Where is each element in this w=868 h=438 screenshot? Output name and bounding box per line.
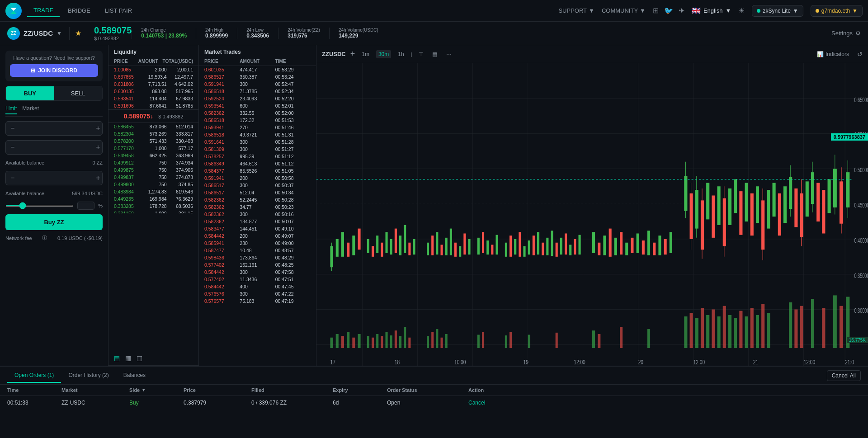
svg-rect-27: [358, 229, 361, 250]
pair-selector[interactable]: ZZ ZZ/USDC ▼: [7, 27, 70, 40]
discord-icon[interactable]: ⊞: [653, 6, 659, 15]
twitter-icon[interactable]: 🐦: [664, 6, 673, 15]
bid-row[interactable]: 0.586455873.066512.014: [108, 123, 198, 130]
settings-btn[interactable]: Settings ⚙: [831, 30, 861, 37]
balances-tab[interactable]: Balances: [116, 368, 153, 383]
community-btn[interactable]: COMMUNITY ▼: [602, 7, 646, 14]
logo[interactable]: [5, 3, 22, 19]
ask-row[interactable]: 0.63785519,593.412,497.7: [108, 73, 198, 80]
svg-rect-33: [390, 239, 392, 254]
sun-icon[interactable]: ☀: [738, 6, 745, 15]
nav-bridge[interactable]: BRIDGE: [61, 5, 97, 17]
pct-slider[interactable]: [5, 205, 74, 207]
order-history-tab[interactable]: Order History (2): [61, 368, 116, 383]
svg-rect-162: [701, 308, 704, 348]
network-btn[interactable]: zkSync Lite ▼: [752, 5, 803, 17]
market-tab[interactable]: Market: [22, 105, 39, 114]
svg-rect-110: [783, 186, 787, 223]
bid-row[interactable]: 0.499912750374.934: [108, 159, 198, 166]
svg-rect-71: [592, 232, 595, 253]
amount-plus-btn[interactable]: +: [96, 143, 100, 151]
panel-icon-bars[interactable]: ▦: [123, 353, 133, 363]
liquidity-header: PRICE AMOUNT TOTAL(USDC): [108, 57, 198, 66]
support-btn[interactable]: SUPPORT ▼: [558, 7, 594, 14]
ask-row[interactable]: 0.59169687.664151.8785: [108, 102, 198, 109]
amount-minus-btn[interactable]: −: [10, 143, 14, 151]
total-plus-btn[interactable]: +: [96, 174, 100, 182]
favorite-btn[interactable]: ★: [70, 29, 87, 38]
nav-list-pair[interactable]: LIST PAIR: [99, 5, 138, 17]
bid-row[interactable]: 0.3811501,000381.15: [108, 210, 198, 213]
svg-rect-177: [800, 306, 803, 348]
discord-btn[interactable]: ⊞ JOIN DISCORD: [10, 64, 98, 77]
limit-tab[interactable]: Limit: [5, 105, 17, 114]
bid-row[interactable]: 0.499800750374.85: [108, 181, 198, 188]
svg-rect-166: [723, 306, 726, 348]
bid-row[interactable]: 0.499875750374.906: [108, 166, 198, 174]
svg-rect-48: [468, 239, 471, 254]
trade-row: 0.58236234.7700:50:23: [199, 203, 316, 211]
price-plus-btn[interactable]: +: [96, 124, 100, 132]
telegram-icon[interactable]: ✈: [679, 6, 684, 15]
bid-row[interactable]: 0.578200571.433330.403: [108, 137, 198, 145]
open-orders-tab[interactable]: Open Orders (1): [7, 368, 61, 383]
svg-rect-153: [528, 335, 530, 349]
bid-row[interactable]: 0.449235169.98476.3629: [108, 195, 198, 203]
indicators-btn[interactable]: 📊 Indicators: [817, 51, 849, 57]
bid-row[interactable]: 0.549458662.425363.969: [108, 152, 198, 159]
chart-type-candle[interactable]: ⊤: [416, 50, 425, 58]
trade-row: 0.582362332.5500:52:00: [199, 109, 316, 117]
price-minus-btn[interactable]: −: [10, 124, 14, 132]
cancel-all-btn[interactable]: Cancel All: [827, 370, 861, 381]
chart-type-bar[interactable]: ▦: [430, 50, 439, 58]
ask-row[interactable]: 0.6018067,713.514,642.02: [108, 80, 198, 88]
chart-settings-btn[interactable]: ⋯: [444, 50, 454, 58]
bid-row[interactable]: 0.499837750374.878: [108, 174, 198, 181]
language-btn[interactable]: 🇬🇧 English ▼: [692, 6, 731, 15]
pct-input[interactable]: 22: [77, 202, 94, 210]
total-minus-btn[interactable]: −: [10, 174, 14, 182]
svg-rect-102: [745, 183, 748, 221]
order-cancel-btn[interactable]: Cancel: [468, 400, 550, 406]
svg-rect-39: [427, 243, 429, 255]
svg-rect-41: [436, 232, 438, 254]
svg-rect-150: [482, 332, 484, 348]
time-btn-30m[interactable]: 30m: [376, 50, 391, 58]
panel-icon-table[interactable]: ▤: [112, 353, 122, 363]
time-btn-1h[interactable]: 1h: [396, 50, 406, 58]
ask-row[interactable]: 1.000852,0002,000.1: [108, 66, 198, 73]
svg-rect-90: [695, 190, 698, 229]
buy-zz-btn[interactable]: Buy ZZ: [5, 214, 103, 230]
svg-rect-132: [352, 338, 355, 348]
price-input[interactable]: 0.388: [17, 125, 93, 132]
time-btn-1m[interactable]: 1m: [359, 50, 372, 58]
chart-add-btn[interactable]: +: [350, 49, 355, 59]
wallet-btn[interactable]: g7mdao.eth ▼: [811, 5, 863, 17]
bid-row[interactable]: 0.4839841,274.83619.546: [108, 188, 198, 195]
bid-row[interactable]: 0.5771701,000577.17: [108, 145, 198, 152]
liquidity-panel: Liquidity PRICE AMOUNT TOTAL(USDC) 1.000…: [108, 45, 199, 366]
chart-area: ZZUSDC + 1m 30m 1h | ⊤ ▦ ⋯ 📊 Indicators …: [316, 45, 868, 366]
chart-refresh-btn[interactable]: ↺: [857, 51, 863, 58]
svg-marker-1: [10, 11, 17, 14]
ask-row[interactable]: 0.593541114.40467.9833: [108, 95, 198, 102]
svg-rect-28: [367, 239, 369, 253]
bid-row[interactable]: 0.383285178.72868.5036: [108, 203, 198, 210]
bid-row[interactable]: 0.582304573.269333.817: [108, 130, 198, 137]
svg-rect-157: [620, 327, 623, 348]
panel-icon-bids[interactable]: ▥: [135, 353, 144, 363]
svg-rect-170: [745, 316, 748, 348]
svg-rect-159: [684, 316, 687, 348]
nav-trade[interactable]: TRADE: [27, 4, 60, 17]
svg-rect-84: [664, 239, 667, 254]
total-input[interactable]: 131.562: [17, 175, 93, 182]
svg-rect-36: [404, 225, 406, 253]
amount-input[interactable]: 339.076: [17, 144, 93, 151]
buy-tab[interactable]: BUY: [6, 86, 54, 100]
fee-info-icon[interactable]: ⓘ: [42, 235, 47, 241]
svg-rect-180: [833, 295, 837, 348]
ask-row[interactable]: 0.600135863.08517.965: [108, 88, 198, 95]
svg-rect-35: [399, 235, 401, 255]
network-fee: Network fee ⓘ 0.19 USDC (~$0.19): [5, 235, 103, 241]
sell-tab[interactable]: SELL: [54, 86, 103, 100]
